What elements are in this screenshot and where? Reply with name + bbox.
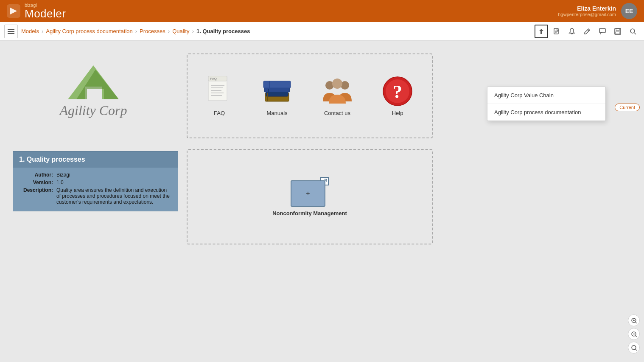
svg-line-42 [636,322,637,323]
avatar[interactable]: EE [621,3,637,19]
search-button[interactable] [626,25,640,38]
svg-rect-4 [8,33,14,34]
brand-large: Modeler [25,8,66,20]
svg-rect-3 [8,31,14,32]
comment-icon [599,28,606,35]
svg-rect-30 [263,81,291,88]
user-area: Eliza Enterkin bgwpenterprise@gmail.com … [558,3,637,19]
description-value: Quality area ensures the definition and … [56,187,172,205]
nonconformity-node[interactable]: + Nonconformity Management [272,177,347,216]
user-email: bgwpenterprise@gmail.com [558,12,616,17]
user-info: Eliza Enterkin bgwpenterprise@gmail.com [558,5,616,17]
pencil-icon [584,28,591,35]
dropdown-item-value-chain[interactable]: Agility Corp Value Chain [487,87,605,104]
dropdown-item-process-doc[interactable]: Agility Corp process documentation [487,104,605,121]
process-node-box: + [291,177,329,207]
breadcrumb-quality[interactable]: Quality [172,28,189,34]
quality-title: 1. Quality processes [13,152,178,168]
breadcrumb-sep-2: › [135,28,137,34]
current-badge: Current [615,104,640,111]
brand-text: bizagi Modeler [25,3,66,20]
process-container: + Nonconformity Management [187,149,433,244]
author-value: Bizagi [56,172,172,178]
company-name: Agility Corp [59,103,127,118]
bizagi-logo-icon [7,4,20,18]
version-row: Version: 1.0 [19,180,172,185]
help-icon: ? [382,76,413,107]
top-links-container: FAQ FAQ Manuals [187,53,433,138]
svg-point-48 [632,345,636,350]
search-icon [630,28,636,35]
toolbar: Models › Agility Corp process documentat… [0,22,644,41]
svg-point-36 [332,79,342,89]
breadcrumb-sep-4: › [192,28,194,34]
bell-icon [568,28,575,35]
edit-button[interactable] [580,25,594,38]
zoom-in-button[interactable] [628,314,640,326]
process-label: Nonconformity Management [272,210,347,216]
upload-icon [538,28,544,34]
svg-point-15 [630,29,635,33]
breadcrumb-sep-3: › [168,28,170,34]
agility-logo-icon [68,65,119,99]
svg-line-49 [636,349,637,351]
faq-label: FAQ [214,110,225,116]
svg-text:FAQ: FAQ [210,77,217,81]
menu-icon [8,29,14,34]
toolbar-right [535,25,640,38]
version-value: 1.0 [56,180,172,185]
manuals-label: Manuals [266,110,287,116]
zoom-reset-icon [631,331,637,337]
brand-area: bizagi Modeler [7,3,66,20]
svg-text:?: ? [393,81,402,102]
contact-item[interactable]: Contact us [322,76,353,116]
quality-info-box: 1. Quality processes Author: Bizagi Vers… [13,151,178,211]
toolbar-left: Models › Agility Corp process documentat… [4,25,533,38]
zoom-in-icon [631,317,637,323]
file-icon [553,28,560,35]
svg-rect-2 [8,29,14,30]
save-button[interactable] [611,25,624,38]
breadcrumb-models[interactable]: Models [21,28,39,34]
breadcrumb-sep-1: › [42,28,43,34]
contact-icon [322,76,353,107]
description-label: Description: [19,187,53,193]
faq-item[interactable]: FAQ FAQ [207,76,232,116]
company-logo-area: Agility Corp [13,53,174,130]
breadcrumb-quality-processes: 1. Quality processes [196,28,250,34]
svg-rect-14 [616,32,620,34]
zoom-out-button[interactable] [628,342,640,354]
version-label: Version: [19,180,53,185]
dropdown-panel: Agility Corp Value Chain Agility Corp pr… [487,87,606,121]
breadcrumb-process-doc[interactable]: Agility Corp process documentation [46,28,133,34]
contact-label: Contact us [324,110,350,116]
description-row: Description: Quality area ensures the de… [19,187,172,205]
svg-marker-5 [539,29,543,34]
help-item[interactable]: ? Help [382,76,413,116]
svg-line-46 [636,336,637,337]
main-canvas: Agility Corp FAQ FAQ [0,41,644,362]
faq-icon: FAQ [207,76,232,107]
zoom-controls [628,314,640,354]
breadcrumb-processes[interactable]: Processes [140,28,165,34]
brand-small: bizagi [25,3,66,8]
svg-line-10 [588,30,589,31]
quality-details: Author: Bizagi Version: 1.0 Description:… [13,168,178,211]
app-header: bizagi Modeler Eliza Enterkin bgwpenterp… [0,0,644,22]
svg-rect-11 [599,28,605,33]
help-label: Help [392,110,403,116]
user-name: Eliza Enterkin [558,5,616,12]
comment-button[interactable] [596,25,609,38]
upload-button[interactable] [535,25,548,38]
author-row: Author: Bizagi [19,172,172,178]
zoom-reset-button[interactable] [628,328,640,340]
notification-button[interactable] [565,25,579,38]
process-box-inner: + [291,180,325,207]
zoom-out-icon [631,345,637,351]
sidebar-toggle-button[interactable] [4,25,18,38]
author-label: Author: [19,172,53,178]
svg-line-16 [634,33,636,34]
save-icon [614,28,621,35]
file-button[interactable] [550,25,563,38]
manuals-item[interactable]: Manuals [262,76,292,116]
